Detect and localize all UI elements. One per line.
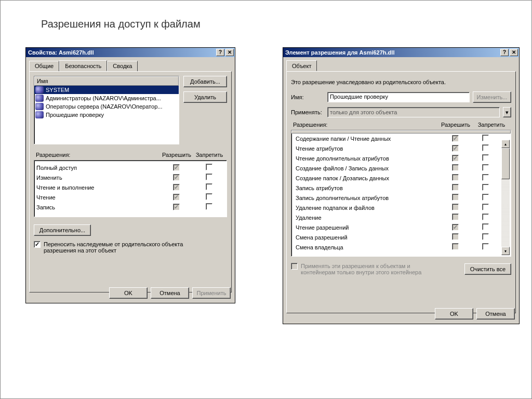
permission-row: Полный доступ✓: [34, 163, 227, 172]
help-button[interactable]: ?: [216, 49, 224, 56]
deny-checkbox[interactable]: [482, 214, 489, 220]
deny-checkbox[interactable]: [482, 194, 489, 201]
principal-row[interactable]: Администраторы (NAZAROV\Администра...: [34, 94, 179, 102]
allow-checkbox[interactable]: [452, 174, 459, 181]
allow-header: Разрешить: [159, 152, 194, 158]
permission-row: Создание файлов / Запись данных: [294, 163, 501, 173]
deny-checkbox[interactable]: [206, 183, 212, 190]
deny-checkbox[interactable]: [482, 174, 489, 181]
scroll-thumb[interactable]: [501, 148, 510, 179]
apply-button[interactable]: Применить: [192, 287, 231, 299]
tab-summary[interactable]: Сводка: [107, 61, 138, 72]
help-button[interactable]: ?: [500, 49, 509, 56]
permission-row: Чтение атрибутов✓: [294, 143, 501, 153]
allow-checkbox[interactable]: [452, 243, 459, 250]
permission-label: Чтение разрешений: [296, 224, 439, 231]
allow-checkbox[interactable]: [452, 214, 459, 220]
deny-header: Запретить: [194, 152, 225, 158]
scroll-up-icon[interactable]: ▴: [501, 140, 510, 148]
allow-checkbox[interactable]: [452, 233, 459, 240]
apply-only-checkbox: [291, 263, 298, 270]
permissions-label: Разрешения:: [36, 152, 159, 158]
permission-label: Смена владельца: [296, 244, 439, 250]
deny-checkbox[interactable]: [482, 223, 489, 230]
permission-row: Запись дополнительных атрибутов: [294, 193, 501, 203]
allow-checkbox[interactable]: [452, 184, 459, 191]
group-icon: [35, 103, 44, 110]
properties-dialog: Свойства: Asmi627h.dll ? ✕ Общие Безопас…: [25, 47, 235, 303]
titlebar[interactable]: Свойства: Asmi627h.dll ? ✕: [26, 48, 235, 57]
group-icon: [35, 86, 44, 94]
name-field[interactable]: Прошедшие проверку: [327, 92, 470, 102]
ok-button[interactable]: OK: [435, 308, 473, 320]
chevron-down-icon[interactable]: ▾: [503, 107, 511, 117]
principal-row[interactable]: Прошедшие проверку: [34, 111, 179, 119]
deny-checkbox[interactable]: [206, 193, 212, 200]
deny-checkbox[interactable]: [206, 203, 212, 210]
deny-checkbox[interactable]: [482, 204, 489, 210]
scroll-down-icon[interactable]: ▾: [501, 247, 510, 255]
tab-general[interactable]: Общие: [29, 61, 59, 72]
allow-checkbox[interactable]: ✓: [173, 184, 180, 191]
principals-list[interactable]: Имя SYSTEMАдминистраторы (NAZAROV\Админи…: [34, 76, 179, 144]
inherit-checkbox[interactable]: ✓: [34, 241, 41, 248]
ok-button[interactable]: OK: [109, 287, 148, 299]
allow-checkbox[interactable]: [452, 194, 459, 201]
remove-button[interactable]: Удалить: [183, 91, 227, 103]
add-button[interactable]: Добавить...: [183, 76, 227, 87]
cancel-button[interactable]: Отмена: [151, 287, 189, 299]
principal-row[interactable]: SYSTEM: [34, 86, 179, 94]
allow-checkbox[interactable]: [452, 204, 459, 210]
name-label: Имя:: [291, 94, 324, 100]
clear-all-button[interactable]: Очистить все: [464, 263, 511, 275]
scrollbar[interactable]: ▴ ▾: [501, 140, 510, 255]
permission-row: Содержание папки / Чтение данных✓: [294, 134, 501, 143]
permission-row: Удаление: [294, 212, 501, 222]
permission-row: Изменить✓: [34, 172, 227, 182]
apply-to-dropdown[interactable]: только для этого объекта: [327, 107, 500, 117]
allow-checkbox[interactable]: ✓: [452, 224, 459, 231]
cancel-button[interactable]: Отмена: [476, 308, 515, 320]
allow-checkbox[interactable]: ✓: [452, 135, 459, 142]
deny-checkbox[interactable]: [482, 233, 489, 240]
deny-checkbox[interactable]: [206, 174, 212, 180]
deny-checkbox[interactable]: [482, 144, 489, 151]
deny-checkbox[interactable]: [482, 243, 489, 250]
permission-row: Чтение дополнительных атрибутов✓: [294, 153, 501, 163]
tab-security[interactable]: Безопасность: [59, 60, 107, 71]
permission-entry-dialog: Элемент разрешения для Asmi627h.dll ? ✕ …: [283, 47, 520, 324]
allow-checkbox[interactable]: ✓: [173, 204, 180, 210]
principal-row[interactable]: Операторы сервера (NAZAROV\Оператор...: [34, 102, 179, 111]
permission-row: Смена владельца: [294, 242, 501, 252]
deny-checkbox[interactable]: [482, 184, 489, 191]
allow-checkbox[interactable]: [452, 164, 459, 171]
deny-checkbox[interactable]: [206, 164, 212, 170]
titlebar-text: Элемент разрешения для Asmi627h.dll: [285, 49, 499, 56]
allow-checkbox[interactable]: ✓: [173, 164, 180, 171]
apply-only-label: Применять эти разрешения к объектам и ко…: [301, 263, 436, 275]
permission-label: Смена разрешений: [296, 234, 439, 241]
permission-label: Чтение и выполнение: [36, 184, 159, 191]
tab-object[interactable]: Объект: [286, 60, 317, 71]
allow-checkbox[interactable]: ✓: [452, 155, 459, 162]
change-button[interactable]: Изменить...: [473, 91, 511, 103]
permission-row: Чтение✓: [34, 192, 227, 202]
permission-label: Изменить: [36, 175, 159, 181]
column-header-name[interactable]: Имя: [34, 76, 179, 86]
group-icon: [35, 111, 44, 118]
deny-checkbox[interactable]: [482, 164, 489, 171]
close-button[interactable]: ✕: [225, 49, 234, 56]
allow-checkbox[interactable]: ✓: [173, 174, 180, 181]
permission-label: Запись дополнительных атрибутов: [296, 195, 439, 201]
allow-checkbox[interactable]: ✓: [173, 194, 180, 201]
deny-checkbox[interactable]: [482, 154, 489, 161]
inherit-label: Переносить наследуемые от родительского …: [44, 241, 200, 254]
advanced-button[interactable]: Дополнительно...: [34, 224, 91, 236]
principal-label: Прошедшие проверку: [46, 112, 104, 118]
close-button[interactable]: ✕: [510, 49, 518, 56]
allow-checkbox[interactable]: ✓: [452, 145, 459, 152]
permission-row: Запись атрибутов: [294, 183, 501, 193]
apply-to-label: Применять:: [291, 109, 324, 115]
deny-checkbox[interactable]: [482, 135, 489, 141]
titlebar[interactable]: Элемент разрешения для Asmi627h.dll ? ✕: [283, 48, 519, 57]
